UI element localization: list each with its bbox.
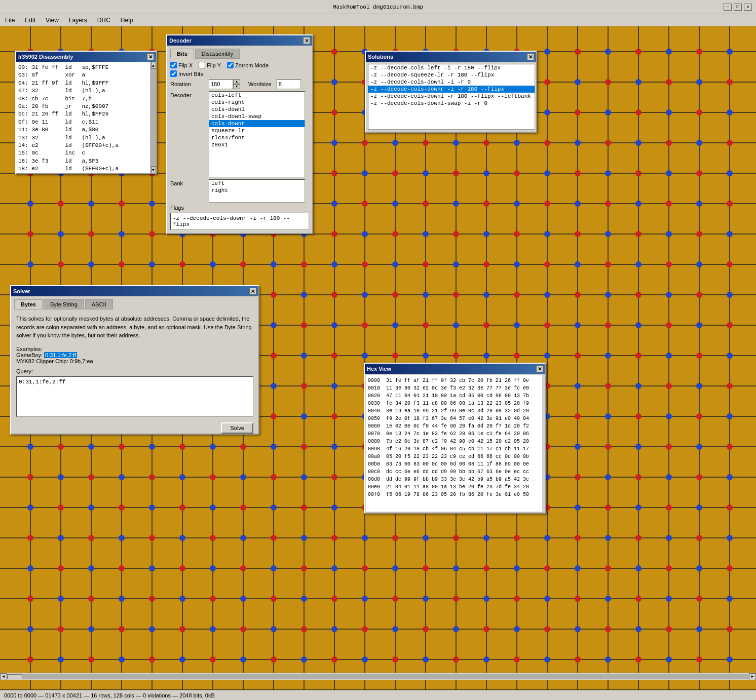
hexview-close-button[interactable]: ✕ xyxy=(536,365,543,372)
flipy-checkbox[interactable] xyxy=(199,62,205,68)
disasm-line: 03: af xor a xyxy=(18,71,148,79)
solver-input-wrapper: 0:31,1:fe,2:ff xyxy=(14,376,255,418)
solutions-listbox-item[interactable]: -z --decode-cols-downl-swap -i -r 0 xyxy=(368,100,535,107)
scroll-down-btn[interactable]: ▼ xyxy=(151,166,156,173)
solutions-listbox-item[interactable]: -z --decode-cols-downl -r 180 --flipx --… xyxy=(368,93,535,100)
svg-point-469 xyxy=(179,565,185,571)
svg-point-73 xyxy=(544,49,550,55)
svg-point-479 xyxy=(483,565,489,571)
bank-listbox[interactable]: leftright xyxy=(209,179,305,203)
decoder-listbox-item[interactable]: cols-downr xyxy=(209,120,305,127)
svg-point-370 xyxy=(88,444,94,450)
bank-listbox-item[interactable]: right xyxy=(209,187,305,194)
svg-point-217 xyxy=(544,231,550,237)
svg-point-241 xyxy=(544,261,550,267)
rotation-spinner[interactable]: ▲ ▼ xyxy=(209,79,240,89)
svg-point-101 xyxy=(666,79,672,85)
invert-label[interactable]: Invert Bits xyxy=(170,70,203,77)
tab-bits[interactable]: Bits xyxy=(170,49,194,59)
solver-close-button[interactable]: ✕ xyxy=(249,288,256,295)
solver-window: Solver ✕ Bytes Byte String ASCII This so… xyxy=(10,285,259,435)
zorrom-label[interactable]: Zorrom Mode xyxy=(227,62,269,68)
menu-file[interactable]: File xyxy=(2,16,18,25)
decoder-listbox-item[interactable]: cols-downl-swap xyxy=(209,113,305,120)
zorrom-checkbox[interactable] xyxy=(227,62,234,68)
horizontal-scrollbar[interactable]: ◄ ► xyxy=(0,673,756,680)
disasm-line: 00: 31 fe ff ld sp,$FFFE xyxy=(18,64,148,71)
svg-point-446 xyxy=(210,535,216,541)
menu-view[interactable]: View xyxy=(43,16,62,25)
svg-point-503 xyxy=(483,596,489,602)
scroll-right-btn[interactable]: ► xyxy=(749,673,756,680)
svg-point-423 xyxy=(240,504,246,511)
svg-point-173 xyxy=(666,170,672,176)
svg-point-559 xyxy=(727,656,733,663)
decoder-listbox-item[interactable]: cols-left xyxy=(209,92,305,99)
svg-point-436 xyxy=(635,504,641,511)
decoder-listbox[interactable]: cols-leftcols-rightcols-downlcols-downl-… xyxy=(209,91,305,177)
menu-edit[interactable]: Edit xyxy=(22,16,39,25)
svg-point-377 xyxy=(301,444,307,450)
flipx-label[interactable]: Flip X xyxy=(170,62,193,68)
decoder-listbox-item[interactable]: tlcs47font xyxy=(209,134,305,141)
svg-point-387 xyxy=(605,444,611,450)
svg-point-309 xyxy=(423,353,429,359)
svg-point-237 xyxy=(423,261,429,267)
solver-tab-bytestring[interactable]: Byte String xyxy=(44,299,84,309)
solutions-listbox-item[interactable]: -z --decode-cols-left -i -r 180 --flipx xyxy=(368,64,535,71)
decoder-listbox-item[interactable]: cols-downl xyxy=(209,106,305,113)
solve-button[interactable]: Solve xyxy=(221,422,253,434)
status-bar: 0000 to 0000 — 01473 x 00421 — 16 rows, … xyxy=(0,690,756,700)
svg-point-77 xyxy=(666,49,672,55)
decoder-listbox-item[interactable]: cols-right xyxy=(209,99,305,106)
decoder-title: Decoder xyxy=(169,37,192,44)
solutions-listbox-item[interactable]: -z --decode-squeeze-lr -r 180 --flipx xyxy=(368,71,535,79)
svg-point-66 xyxy=(331,49,337,55)
tab-disassembly[interactable]: Disassembly xyxy=(195,49,240,59)
rotation-down-btn[interactable]: ▼ xyxy=(233,84,240,89)
menu-drc[interactable]: DRC xyxy=(94,16,114,25)
disasm-close-button[interactable]: ✕ xyxy=(147,53,154,60)
scroll-left-btn[interactable]: ◄ xyxy=(0,673,7,680)
decoder-listbox-item[interactable]: squeeze-lr xyxy=(209,127,305,134)
svg-point-505 xyxy=(544,596,550,602)
svg-point-238 xyxy=(453,261,459,267)
invert-checkbox[interactable] xyxy=(170,70,177,77)
svg-point-306 xyxy=(331,353,337,359)
decoder-close-button[interactable]: ✕ xyxy=(303,37,310,44)
decoder-listbox-item[interactable]: z86x1 xyxy=(209,141,305,148)
rotation-input[interactable] xyxy=(209,79,233,89)
svg-point-317 xyxy=(666,353,672,359)
svg-point-211 xyxy=(362,231,368,237)
solutions-listbox-item[interactable]: -z --decode-cols-downl -i -r 0 xyxy=(368,79,535,86)
svg-point-313 xyxy=(544,353,550,359)
wordsize-input[interactable] xyxy=(277,79,301,89)
solver-tab-ascii[interactable]: ASCII xyxy=(85,299,113,309)
svg-point-550 xyxy=(453,656,459,663)
svg-point-192 xyxy=(514,201,520,207)
svg-point-461 xyxy=(666,535,672,541)
solutions-close-button[interactable]: ✕ xyxy=(527,53,534,60)
close-button[interactable]: ✕ xyxy=(744,4,752,11)
minimize-button[interactable]: ─ xyxy=(724,4,732,11)
solver-tab-bytes[interactable]: Bytes xyxy=(14,299,43,309)
disasm-line: 16: 3e f3 ld a,$F3 xyxy=(18,158,148,165)
solutions-listbox[interactable]: -z --decode-cols-left -i -r 180 --flipx-… xyxy=(368,64,535,130)
rotation-up-btn[interactable]: ▲ xyxy=(233,79,240,84)
maximize-button[interactable]: □ xyxy=(734,4,742,11)
scroll-up-btn[interactable]: ▲ xyxy=(151,62,156,69)
scroll-thumb[interactable] xyxy=(7,674,22,679)
svg-point-470 xyxy=(210,565,216,571)
svg-point-257 xyxy=(301,292,307,298)
menu-layers[interactable]: Layers xyxy=(66,16,90,25)
svg-point-485 xyxy=(666,565,672,571)
flipx-checkbox[interactable] xyxy=(170,62,177,68)
solver-query-input[interactable]: 0:31,1:fe,2:ff xyxy=(16,376,253,417)
flipy-label[interactable]: Flip Y xyxy=(199,62,221,68)
disasm-scrollbar[interactable]: ▲ ▼ xyxy=(150,62,156,173)
bank-listbox-item[interactable]: left xyxy=(209,180,305,187)
menu-help[interactable]: Help xyxy=(118,16,136,25)
solutions-listbox-item[interactable]: -z --decode-cols-downr -i -r 180 --flipx xyxy=(368,86,535,93)
svg-point-329 xyxy=(301,383,307,389)
svg-point-536 xyxy=(27,656,33,663)
